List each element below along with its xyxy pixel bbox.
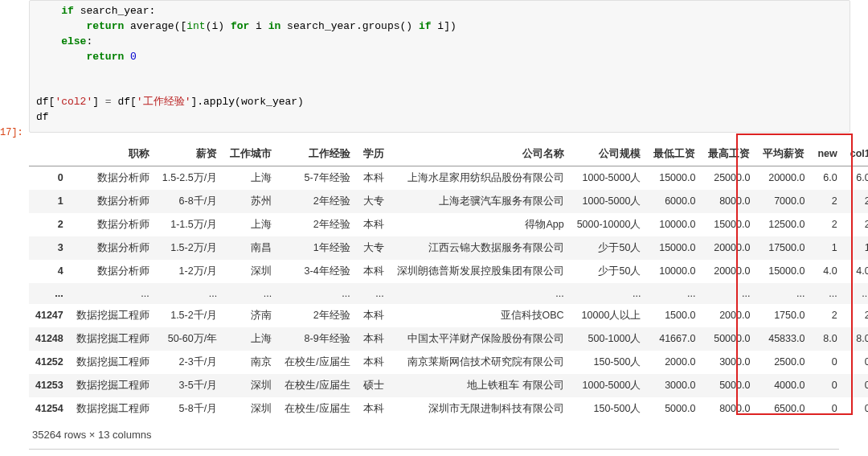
ellipsis: ... [70,283,156,304]
cell: 2 [844,190,868,213]
cell: 2年经验 [278,304,356,327]
cell: 苏州 [223,190,278,213]
ellipsis: ... [156,283,223,304]
ellipsis: ... [29,283,70,304]
cell: 4.0 [844,260,868,283]
cell: 上海水星家用纺织品股份有限公司 [391,166,571,190]
cell: 15000.0 [647,236,702,260]
cell: 20000.0 [702,236,756,260]
cell: 0 [844,374,868,397]
ellipsis: ... [811,283,843,304]
cell: 深圳朗德普斯发展控股集团有限公司 [391,260,571,283]
cell: 上海老骥汽车服务有限公司 [391,190,571,213]
cell: 10000.0 [647,213,702,236]
cell: 5000.0 [647,397,702,421]
cell: 5-7年经验 [278,166,356,190]
cell: 6.0 [811,166,843,190]
cell: 2500.0 [756,351,811,374]
table-row: 2数据分析师1-1.5万/月上海2年经验本科得物App5000-10000人10… [29,213,868,236]
cell: 数据分析师 [70,213,156,236]
column-header: col1 [844,142,868,166]
column-header: 职称 [70,142,156,166]
cell-divider [29,449,839,450]
dataframe-table: 职称薪资工作城市工作经验学历公司名称公司规模最低工资最高工资平均薪资newcol… [29,142,868,421]
cell: 15000.0 [756,260,811,283]
cell: 数据挖掘工程师 [70,351,156,374]
cell: 江西云锦大数据服务有限公司 [391,236,571,260]
table-row: 41253数据挖掘工程师3-5千/月深圳在校生/应届生硕士地上铁租车 有限公司1… [29,374,868,397]
cell: 得物App [391,213,571,236]
cell: 2 [844,304,868,327]
cell: 1.5-2千/月 [156,304,223,327]
cell: 1-2万/月 [156,260,223,283]
table-row: 0数据分析师1.5-2.5万/月上海5-7年经验本科上海水星家用纺织品股份有限公… [29,166,868,190]
cell: 0 [811,374,843,397]
cell: 1年经验 [278,236,356,260]
table-row: 4数据分析师1-2万/月深圳3-4年经验本科深圳朗德普斯发展控股集团有限公司少于… [29,260,868,283]
cell: 1.5-2.5万/月 [156,166,223,190]
index-header [29,142,70,166]
cell: 上海 [223,327,278,351]
cell: 8-9年经验 [278,327,356,351]
cell: 1 [811,236,843,260]
row-index: 0 [29,166,70,190]
cell: 8000.0 [702,397,756,421]
cell: 6-8千/月 [156,190,223,213]
cell: 亚信科技OBC [391,304,571,327]
cell: 南京莱斯网信技术研究院有限公司 [391,351,571,374]
column-header: 最高工资 [702,142,756,166]
cell: 1-1.5万/月 [156,213,223,236]
code-content: if search_year: return average([int(i) f… [30,4,850,125]
cell: 本科 [357,260,391,283]
row-index: 3 [29,236,70,260]
cell: 500-1000人 [571,327,648,351]
output-prompt: 17]: [0,127,23,138]
ellipsis: ... [647,283,702,304]
cell: 地上铁租车 有限公司 [391,374,571,397]
dataframe-shape-label: 35264 rows × 13 columns [32,429,850,441]
cell: 10000人以上 [571,304,648,327]
cell: 0 [811,351,843,374]
cell: 数据挖掘工程师 [70,304,156,327]
cell: 深圳 [223,374,278,397]
ellipsis: ... [278,283,356,304]
cell: 6.0 [844,166,868,190]
ellipsis: ... [391,283,571,304]
row-index: 41253 [29,374,70,397]
column-header: 薪资 [156,142,223,166]
cell: 数据挖掘工程师 [70,374,156,397]
cell: 在校生/应届生 [278,397,356,421]
cell: 数据分析师 [70,166,156,190]
cell: 150-500人 [571,397,648,421]
cell: 8000.0 [702,190,756,213]
column-header: 公司规模 [571,142,648,166]
row-index: 41252 [29,351,70,374]
cell: 本科 [357,304,391,327]
cell: 8.0 [844,327,868,351]
cell: 数据挖掘工程师 [70,327,156,351]
cell: 2000.0 [702,304,756,327]
cell: 3-4年经验 [278,260,356,283]
cell: 150-500人 [571,351,648,374]
table-row: 1数据分析师6-8千/月苏州2年经验大专上海老骥汽车服务有限公司1000-500… [29,190,868,213]
ellipsis: ... [357,283,391,304]
row-index: 2 [29,213,70,236]
ellipsis: ... [223,283,278,304]
cell: 大专 [357,236,391,260]
cell: 本科 [357,351,391,374]
cell: 45833.0 [756,327,811,351]
cell: 本科 [357,166,391,190]
cell: 本科 [357,327,391,351]
table-row: 41248数据挖掘工程师50-60万/年上海8-9年经验本科中国太平洋财产保险股… [29,327,868,351]
row-index: 41248 [29,327,70,351]
cell: 南昌 [223,236,278,260]
cell: 少于50人 [571,236,648,260]
cell: 5000-10000人 [571,213,648,236]
cell: 数据分析师 [70,236,156,260]
cell: 0 [811,397,843,421]
cell: 20000.0 [702,260,756,283]
cell: 1000-5000人 [571,190,648,213]
code-cell[interactable]: if search_year: return average([int(i) f… [29,0,850,133]
column-header: 最低工资 [647,142,702,166]
cell: 17500.0 [756,236,811,260]
